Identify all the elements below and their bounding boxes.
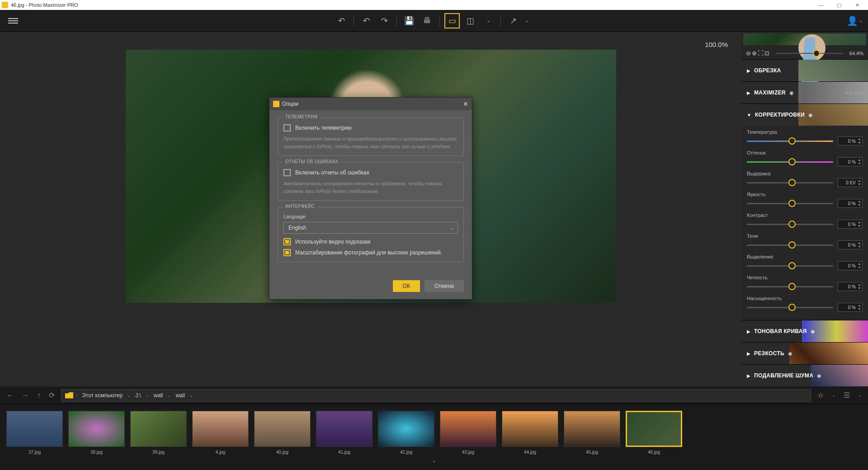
errors-help: Автоматически отправляет отчеты о пробле…	[283, 180, 458, 195]
thumbnail[interactable]: 46.jpg	[626, 411, 682, 455]
adj-slider[interactable]	[747, 244, 833, 246]
thumbnail[interactable]: 4.jpg	[192, 411, 249, 455]
adj-value[interactable]: 0 %	[838, 136, 863, 146]
thumb-image	[192, 411, 249, 447]
one-to-one-icon[interactable]: ⊡	[764, 50, 769, 56]
adj-value[interactable]: 0 EV	[838, 178, 863, 187]
zoom-in-icon[interactable]: ⊕	[752, 50, 757, 56]
thumb-image	[68, 411, 125, 447]
adj-value[interactable]: 0 %	[838, 199, 863, 208]
adj-label: Оттенок	[747, 150, 863, 155]
panel-sharpness[interactable]: ▶РЕЗКОСТЬ◉	[741, 343, 868, 364]
panel-noise[interactable]: ▶ПОДАВЛЕНИЕ ШУМА◉	[741, 365, 868, 386]
redo-button[interactable]: ↷	[377, 13, 392, 28]
minimize-button[interactable]: —	[812, 0, 830, 10]
options-dialog: Опции ✕ ТЕЛЕМЕТРИЯ Включить телеметрию П…	[269, 97, 472, 300]
view-dropdown[interactable]: ⌄	[481, 13, 496, 28]
language-select[interactable]: English	[283, 222, 458, 234]
undo2-button[interactable]: ↶	[359, 13, 374, 28]
interface-fieldset: ИНТЕРФЕЙС Language English Используйте в…	[278, 207, 464, 262]
fit-icon[interactable]: ⛶	[758, 50, 764, 56]
adj-value[interactable]: 0 %	[838, 157, 863, 166]
panel-adjustments[interactable]: ▼КОРРЕКТИРОВКИ◉	[741, 104, 868, 126]
menu-button[interactable]	[5, 15, 21, 26]
share-button[interactable]: ↗	[505, 13, 521, 28]
view-single-button[interactable]: ▭	[444, 13, 460, 28]
thumb-image	[440, 411, 496, 447]
adj-value[interactable]: 0 %	[838, 303, 863, 312]
view-options-dropdown[interactable]: ⌄	[856, 391, 863, 400]
thumbnail[interactable]: 38.jpg	[68, 411, 125, 455]
adj-slider[interactable]	[747, 141, 833, 142]
zoom-out-icon[interactable]: ⊖	[746, 50, 751, 56]
thumbnail[interactable]: 43.jpg	[440, 411, 496, 455]
ok-button[interactable]: ОК	[393, 280, 420, 292]
adj-slider[interactable]	[747, 286, 833, 287]
thumbnail[interactable]: 45.jpg	[564, 411, 620, 455]
adj-value[interactable]: 0 %	[838, 220, 863, 229]
eye-icon[interactable]: ◉	[808, 112, 813, 118]
panel-crop[interactable]: ▶ОБРЕЗКА	[741, 60, 868, 81]
telemetry-legend: ТЕЛЕМЕТРИЯ	[283, 114, 320, 119]
favorite-dropdown[interactable]: ⌄	[830, 391, 837, 400]
thumbnail[interactable]: 42.jpg	[378, 411, 434, 455]
preview-image[interactable]	[743, 33, 866, 45]
adj-label: Насыщенность	[747, 296, 863, 301]
adj-value[interactable]: 0 %	[838, 282, 863, 291]
dialog-titlebar: Опции ✕	[269, 98, 472, 110]
adj-slider[interactable]	[747, 161, 833, 163]
adj-value[interactable]: 0 %	[838, 261, 863, 270]
toolbar: ↶ ↶ ↷ 💾 🖶 ▭ ◫ ⌄ ↗ ⌄ 👤⌄	[0, 10, 868, 32]
thumbnail[interactable]: 44.jpg	[502, 411, 558, 455]
nav-refresh-button[interactable]: ⟳	[47, 389, 57, 401]
eye-icon[interactable]: ◉	[811, 329, 815, 334]
adj-value[interactable]: 0 %	[838, 240, 863, 249]
video-hints-checkbox[interactable]	[283, 238, 291, 245]
adj-label: Контраст	[747, 212, 863, 218]
thumb-image	[130, 411, 187, 447]
print-button[interactable]: 🖶	[420, 13, 435, 28]
breadcrumb[interactable]: › Этот компьютер⌄ J:\⌄ wall⌄ wall⌄	[61, 389, 811, 402]
telemetry-label: Включить телеметрию	[295, 125, 352, 131]
cancel-button[interactable]: Отмена	[425, 280, 464, 292]
adj-slider[interactable]	[747, 307, 833, 308]
thumbnail[interactable]: 41.jpg	[316, 411, 373, 455]
panel-tone-curve[interactable]: ▶ТОНОВАЯ КРИВАЯ◉	[741, 320, 868, 342]
eye-icon[interactable]: ◉	[817, 373, 821, 379]
zoom-slider[interactable]	[776, 53, 843, 54]
undo-button[interactable]: ↶	[334, 13, 349, 28]
favorite-button[interactable]: ☆	[816, 389, 826, 401]
thumb-label: 41.jpg	[338, 450, 350, 455]
thumbnail[interactable]: 39.jpg	[130, 411, 187, 455]
eye-icon[interactable]: ◉	[789, 90, 794, 96]
panel-maximizer[interactable]: ▶MAXIMIZER◉	[741, 82, 868, 103]
dialog-icon	[273, 101, 279, 107]
eye-icon[interactable]: ◉	[788, 351, 793, 357]
scaling-checkbox[interactable]	[283, 249, 291, 256]
expand-filmstrip[interactable]: ⌄	[0, 456, 868, 464]
chevron-right-icon: ▶	[747, 373, 750, 378]
view-split-button[interactable]: ◫	[462, 13, 478, 28]
title-app: Photo Maximizer PRO	[29, 2, 78, 8]
chevron-right-icon: ▶	[747, 90, 750, 95]
nav-up-button[interactable]: ↑	[35, 390, 42, 401]
adj-slider[interactable]	[747, 224, 833, 225]
user-menu[interactable]: 👤⌄	[847, 15, 863, 26]
adj-slider[interactable]	[747, 203, 833, 204]
thumbnail[interactable]: 40.jpg	[254, 411, 311, 455]
nav-forward-button[interactable]: →	[20, 390, 31, 401]
save-button[interactable]: 💾	[401, 13, 417, 28]
view-options-button[interactable]: ☰	[842, 389, 852, 401]
dialog-close-button[interactable]: ✕	[463, 100, 468, 108]
telemetry-checkbox[interactable]	[283, 124, 291, 132]
thumbnail[interactable]: 37.jpg	[6, 411, 63, 455]
close-button[interactable]: ✕	[848, 0, 866, 10]
share-dropdown[interactable]: ⌄	[519, 13, 534, 28]
adj-slider[interactable]	[747, 265, 833, 267]
nav-back-button[interactable]: ←	[5, 390, 15, 401]
adj-slider[interactable]	[747, 182, 833, 183]
thumb-image	[626, 411, 682, 447]
maximize-button[interactable]: ▢	[830, 0, 848, 10]
telemetry-fieldset: ТЕЛЕМЕТРИЯ Включить телеметрию Предостав…	[278, 118, 464, 156]
errors-checkbox[interactable]	[283, 169, 291, 176]
